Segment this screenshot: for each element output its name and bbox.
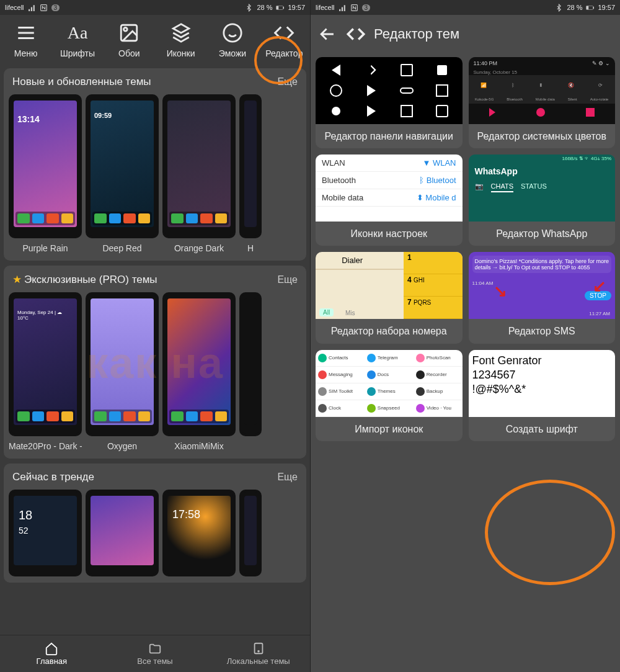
clock-label: 19:57 (598, 4, 615, 11)
theme-card[interactable] (239, 292, 262, 452)
tile-sms[interactable]: Domino's Pizzas! *Conditions apply. Tap … (469, 252, 616, 343)
menu-label: Меню (14, 48, 38, 58)
theme-card[interactable]: XiaomiMiMix (162, 292, 236, 452)
theme-card[interactable] (239, 490, 262, 576)
nav-all-themes[interactable]: Все темы (104, 635, 207, 672)
more-link[interactable]: Еще (277, 274, 298, 285)
theme-label: Purple Rain (9, 238, 82, 254)
icons-button[interactable]: Иконки (156, 21, 206, 58)
section-trending: Сейчас в тренде Еще 1852 17:58 (4, 464, 306, 583)
theme-label: Orange Dark (162, 238, 236, 254)
nfc-icon (350, 4, 358, 12)
svg-rect-2 (277, 6, 278, 9)
svg-point-5 (124, 28, 128, 32)
tile-caption: Редактор панели навигации (316, 124, 463, 148)
star-icon: ★ (12, 274, 22, 285)
nav-local-themes[interactable]: Локальные темы (206, 635, 310, 672)
theme-label: Mate20Pro - Dark - (9, 436, 82, 452)
nav-label: Локальные темы (227, 656, 290, 666)
tile-caption: Редактор системных цветов (469, 124, 616, 148)
theme-card[interactable]: Monday, Sep 24 | ☁ 10°CMate20Pro - Dark … (9, 292, 82, 452)
highlight-circle-font (485, 480, 615, 585)
tile-nav-editor[interactable]: Редактор панели навигации (316, 57, 463, 148)
tile-caption: Иконки настроек (316, 222, 463, 246)
icons-label: Иконки (167, 48, 195, 58)
section-title: ★Эксклюзивные (PRO) темы (12, 273, 157, 286)
signal-icon (28, 4, 36, 12)
editor-grid: Редактор панели навигации 11:40 PM✎ ⚙ ⌄ … (311, 53, 620, 445)
theme-card[interactable]: Oxygen (86, 292, 159, 452)
wallpapers-label: Обои (118, 48, 140, 58)
notification-count-badge: 3 (362, 4, 371, 11)
battery-percent: 28 % (567, 4, 582, 11)
svg-point-8 (258, 651, 259, 652)
screen-themes-home: lifecell 3 28 % 19:57 Меню AaШрифты Обои… (0, 0, 310, 672)
tile-caption: Редактор набора номера (316, 319, 463, 343)
svg-rect-3 (283, 7, 284, 9)
section-new-themes: Новые и обновленные темы Еще 13:14Purple… (4, 68, 306, 261)
more-link[interactable]: Еще (277, 472, 298, 483)
tile-caption: Импорт иконок (316, 417, 463, 441)
carrier-label: lifecell (316, 4, 335, 11)
nav-label: Главная (37, 656, 67, 666)
tile-caption: Создать шрифт (469, 417, 616, 441)
bluetooth-icon (245, 4, 253, 12)
menu-button[interactable]: Меню (1, 21, 51, 58)
carrier-label: lifecell (5, 4, 24, 11)
battery-percent: 28 % (257, 4, 272, 11)
svg-rect-12 (593, 7, 594, 9)
section-title: Сейчас в тренде (12, 471, 94, 483)
highlight-circle-editor (254, 36, 303, 84)
theme-card[interactable] (86, 490, 159, 576)
nav-label: Все темы (137, 656, 172, 666)
code-icon (345, 24, 366, 45)
theme-card[interactable]: 13:14Purple Rain (9, 94, 82, 254)
back-button[interactable] (317, 24, 338, 45)
wallpapers-button[interactable]: Обои (104, 21, 154, 58)
theme-label: Deep Red (86, 238, 159, 254)
tile-settings-icons[interactable]: WLAN▼ WLAN Bluetoothᛒ Bluetoot Mobile da… (316, 155, 463, 246)
theme-card[interactable]: 1852 (9, 490, 82, 576)
clock-label: 19:57 (288, 4, 305, 11)
theme-card[interactable]: H (239, 94, 262, 254)
editor-header: Редактор тем (311, 15, 620, 53)
nav-home[interactable]: Главная (0, 635, 104, 672)
tile-sys-colors[interactable]: 11:40 PM✎ ⚙ ⌄ Sunday, October 15 📶ᛒ⬍🔇⟳ K… (469, 57, 616, 148)
tile-import-icons[interactable]: ContactsTelegramPhotoScanMessagingDocsRe… (316, 350, 463, 441)
theme-label: Oxygen (86, 436, 159, 452)
tile-dialer[interactable]: DialerCont AllMis 14 GHI7 PQRS Редактор … (316, 252, 463, 343)
fonts-button[interactable]: AaШрифты (53, 21, 102, 58)
nfc-icon (40, 4, 48, 12)
tile-caption: Редактор SMS (469, 319, 616, 343)
status-bar: lifecell 3 28 % 19:57 (0, 0, 310, 15)
status-bar: lifecell 3 28 % 19:57 (311, 0, 620, 15)
theme-card[interactable]: 09:59Deep Red (86, 94, 159, 254)
svg-point-6 (224, 24, 241, 42)
emoji-label: Эможи (219, 48, 246, 58)
section-title: Новые и обновленные темы (12, 76, 151, 88)
tile-font[interactable]: Font Genrator 1234567 !@#$%^&* Создать ш… (469, 350, 616, 441)
tile-caption: Редактор WhatsApp (469, 222, 616, 246)
theme-card[interactable]: 17:58 (162, 490, 236, 576)
bluetooth-icon (555, 4, 563, 12)
theme-card[interactable]: Orange Dark (162, 94, 236, 254)
theme-label: XiaomiMiMix (162, 436, 236, 452)
battery-icon (276, 4, 284, 12)
emoji-button[interactable]: Эможи (208, 21, 257, 58)
signal-icon (339, 4, 347, 12)
bottom-nav: Главная Все темы Локальные темы (0, 635, 310, 672)
theme-label: H (239, 238, 262, 254)
battery-icon (586, 4, 594, 12)
svg-rect-11 (587, 6, 588, 9)
top-toolbar: Меню AaШрифты Обои Иконки Эможи Редактор (0, 15, 310, 63)
tile-whatsapp[interactable]: 166B/s ⇅ ᯤ 4G⫰ 35% WhatsApp 📷CHATSSTATUS… (469, 155, 616, 246)
fonts-label: Шрифты (60, 48, 95, 58)
section-pro-themes: ★Эксклюзивные (PRO) темы Еще Monday, Sep… (4, 266, 306, 459)
notification-count-badge: 3 (51, 4, 60, 11)
screen-theme-editor: lifecell 3 28 % 19:57 Редактор тем Редак… (310, 0, 620, 672)
theme-label (239, 436, 262, 442)
page-title: Редактор тем (374, 26, 459, 42)
